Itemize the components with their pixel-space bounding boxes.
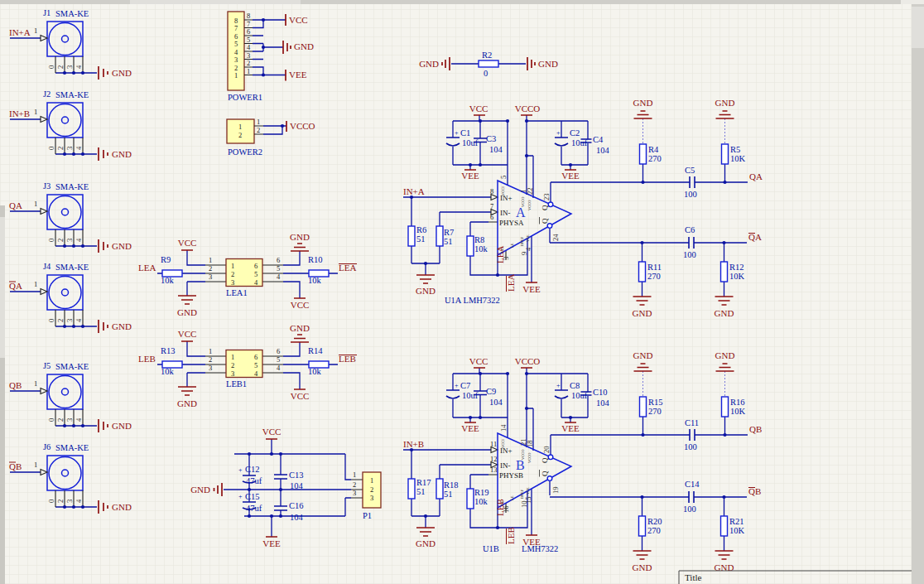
pin-name: LE: [510, 495, 514, 500]
pin-name: 5: [254, 270, 257, 278]
pin-number: 1: [209, 347, 212, 355]
pin-number: 23: [542, 194, 551, 201]
pin-name: IN-: [500, 209, 511, 217]
pin-name: Q: [541, 471, 549, 476]
resistor-ref: R7: [444, 228, 454, 237]
cap-ref: C1: [460, 128, 470, 138]
cap-value: 100: [683, 504, 696, 514]
gnd-power-port-label: GND: [633, 308, 652, 318]
gnd-power-port-label: GND: [715, 98, 735, 108]
pin-number: 7: [490, 202, 493, 210]
vcco-power-port-label: VCCO: [515, 356, 541, 366]
grid: [0, 0, 924, 584]
vee-power-port-label: VEE: [262, 538, 281, 548]
cap-ref: C10: [593, 388, 608, 397]
gnd-power-port-label: GND: [112, 502, 132, 512]
connector-type: SMA-KE: [55, 90, 89, 99]
gnd-power-port-label: GND: [112, 421, 132, 431]
resistor-ref: R12: [729, 263, 744, 272]
gnd-power-port-label: GND: [177, 307, 197, 317]
cap-value: 10uf: [571, 138, 588, 147]
comparator-letter: A: [516, 205, 526, 220]
cap-ref: C11: [685, 418, 699, 427]
resistor-ref: R4: [648, 145, 659, 154]
resistor-ref: R11: [647, 263, 662, 272]
gnd-power-port-label: GND: [633, 350, 653, 360]
resistor-ref: R5: [730, 145, 740, 154]
resistor-ref: R6: [416, 225, 426, 234]
cap-polarity-plus: +: [556, 129, 561, 137]
cap-ref: C4: [593, 135, 604, 144]
vcc-power-port-label: VCC: [291, 300, 310, 310]
gnd-power-port-label: GND: [177, 398, 197, 408]
pin-number: 6: [490, 213, 493, 221]
net-label: IN+B: [403, 439, 424, 449]
net-label: LEA: [339, 263, 356, 273]
pin-number: 3: [65, 239, 74, 242]
gnd-power-port-label: GND: [112, 321, 132, 331]
net-label: QB: [9, 461, 22, 471]
pin-name: VCCI: [501, 439, 505, 448]
connector-type: SMA-KE: [55, 182, 89, 191]
pin-number: 8: [247, 12, 250, 20]
resistor-value: 10k: [474, 244, 488, 253]
resistor-body: [479, 60, 498, 67]
pin-number: 2: [56, 147, 65, 150]
resistor-ref: R18: [444, 480, 459, 490]
resistor-ref: R15: [648, 398, 663, 407]
cap-ref: C13: [289, 471, 304, 480]
cap-polarity-plus: +: [455, 129, 459, 137]
cap-polarity-plus: +: [238, 493, 243, 500]
resistor-value: 10k: [161, 367, 175, 376]
net-label: LEA: [495, 246, 505, 263]
left-panel-edge-thumb[interactable]: [0, 217, 5, 358]
resistor-ref: R10: [308, 255, 323, 264]
pin-number: 3: [65, 65, 74, 69]
pin-number: 1: [34, 379, 37, 388]
vcc-power-port-label: VCC: [289, 15, 308, 25]
pin-number: 3: [65, 147, 74, 150]
pin-name: 1: [234, 71, 238, 80]
component-ref: U1A LMH7322: [445, 296, 500, 305]
resistor-ref: R9: [161, 255, 171, 264]
net-label: LEB: [495, 499, 505, 516]
resistor-value: 10K: [729, 272, 745, 281]
resistor-value: 51: [444, 490, 453, 499]
resistor-value: 10K: [729, 526, 745, 535]
pin-name: VCCO: [527, 452, 532, 463]
pin-name: 1: [238, 123, 242, 131]
cap-ref: C6: [685, 225, 695, 234]
connector-ref: J3: [43, 181, 51, 191]
pin-number: 0: [47, 500, 55, 503]
schematic-canvas[interactable]: J1 SMA-KE IN+A 1 GND 0 2 3 4 J2 SMA-KE I…: [0, 0, 924, 584]
connector-type: SMA-KE: [55, 9, 89, 18]
pin-name: 6: [234, 32, 238, 41]
vertical-scrollbar-thumb[interactable]: [912, 7, 924, 48]
vertical-scrollbar[interactable]: [912, 4, 924, 584]
cap-value: 47uf: [246, 476, 262, 485]
pin-name: 3: [231, 369, 234, 378]
pin-number: 18: [526, 441, 534, 448]
connector-ref: J5: [43, 361, 51, 370]
cap-ref: C7: [460, 381, 470, 390]
pin-number: 7: [247, 20, 250, 28]
pin-number: 1: [34, 461, 37, 469]
resistor-ref: R8: [474, 235, 484, 244]
pin-number: 6: [247, 27, 250, 36]
pin-number: 2: [209, 355, 212, 364]
pin-name: VEE: [526, 487, 530, 495]
resistor-ref: R17: [416, 478, 431, 487]
pin-name: 6: [254, 353, 257, 361]
resistor-ref: R14: [308, 346, 323, 355]
cap-ref: C8: [570, 381, 580, 390]
gnd-power-port-label: GND: [633, 98, 653, 108]
pin-number: 9: [520, 252, 528, 255]
net-label: QA: [749, 171, 763, 181]
pin-number: 5: [499, 176, 508, 179]
pin-number: 12: [490, 455, 498, 463]
vee-power-port-label: VEE: [561, 171, 580, 181]
pin-name: 2: [231, 270, 234, 278]
cap-value: 104: [290, 481, 304, 490]
horizontal-scrollbar-thumb[interactable]: [130, 0, 301, 4]
gnd-power-port-label: GND: [715, 350, 735, 360]
